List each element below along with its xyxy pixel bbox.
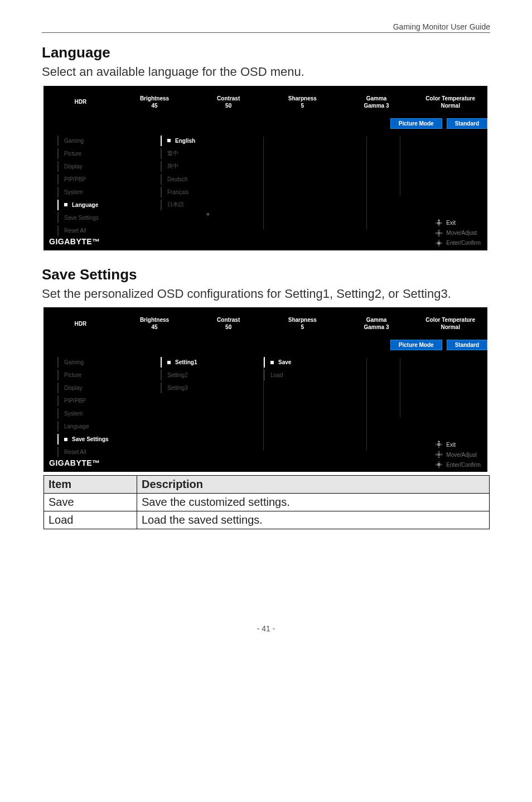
- osd-top-brightness-2: Brightness45: [118, 317, 192, 330]
- osd-top-row-2: HDR Brightness45 Contrast50 Sharpness5 G…: [43, 307, 487, 340]
- menu-system[interactable]: System: [57, 186, 161, 199]
- svg-marker-4: [441, 222, 443, 224]
- table-row: Save Save the customized settings.: [44, 494, 490, 511]
- svg-point-5: [437, 231, 441, 235]
- lang-simp-chinese[interactable]: 简中: [161, 160, 264, 173]
- menu-pip-pbp-2[interactable]: PIP/PBP: [57, 394, 161, 407]
- osd-hints: Exit Move/Adjust Enter/Confirm: [435, 219, 481, 247]
- svg-point-20: [437, 453, 441, 456]
- menu-reset-all[interactable]: Reset All: [57, 224, 161, 237]
- colortemp-value: Normal: [413, 103, 487, 109]
- osd-top-gamma: Gamma Gamma 3: [340, 95, 414, 109]
- osd-top-hdr-2: HDR: [43, 321, 118, 327]
- action-load[interactable]: Load: [264, 369, 367, 381]
- osd-top-colortemp-2: Color TemperatureNormal: [413, 317, 487, 330]
- menu-save-settings-2[interactable]: Save Settings: [57, 433, 161, 446]
- gamma-value: Gamma 3: [340, 103, 414, 109]
- osd-top-sharpness-2: Sharpness5: [265, 317, 340, 330]
- hdr-label: HDR: [43, 99, 118, 105]
- osd-hints-2: Exit Move/Adjust Enter/Confirm: [435, 441, 481, 468]
- action-save[interactable]: Save: [264, 356, 367, 369]
- menu-save-settings[interactable]: Save Settings: [57, 211, 161, 224]
- table-cell-item: Load: [44, 511, 137, 529]
- osd-left-column-2: Gaming Picture Display PIP/PBP System La…: [57, 356, 161, 467]
- lang-trad-chinese[interactable]: 繁中: [161, 147, 264, 160]
- table-header-item: Item: [44, 476, 137, 494]
- osd-top-hdr: HDR: [43, 99, 118, 105]
- scroll-down-icon[interactable]: ▼: [161, 211, 264, 221]
- gamma-label: Gamma: [340, 95, 414, 102]
- osd-panel-language: HDR Brightness 45 Contrast 50 Sharpness …: [43, 86, 487, 250]
- menu-system-2[interactable]: System: [57, 407, 161, 420]
- picture-mode-value-2: Standard: [447, 340, 487, 350]
- osd-top-brightness: Brightness 45: [118, 95, 192, 109]
- svg-marker-13: [435, 242, 437, 244]
- setting3[interactable]: Setting3: [161, 381, 264, 394]
- osd-mid-column: English 繁中 简中 Deutsch Français 日本語 ▼: [161, 134, 264, 246]
- hint-move-2: Move/Adjust: [435, 451, 481, 458]
- svg-marker-9: [441, 232, 443, 234]
- osd-picture-mode-bar: Picture Mode Standard: [43, 118, 487, 129]
- menu-reset-all-2[interactable]: Reset All: [57, 446, 161, 458]
- svg-marker-23: [435, 453, 437, 456]
- picture-mode-label: Picture Mode: [390, 118, 442, 129]
- table-row: Load Load the saved settings.: [44, 511, 490, 529]
- table-cell-desc: Save the customized settings.: [137, 494, 490, 511]
- joystick-up-icon: [435, 219, 443, 227]
- section-save-title: Save Settings: [42, 266, 490, 283]
- joystick-all-icon: [435, 229, 443, 237]
- osd-top-sharpness: Sharpness 5: [265, 95, 340, 109]
- menu-language-2[interactable]: Language: [57, 420, 161, 433]
- osd-top-gamma-2: GammaGamma 3: [340, 317, 414, 330]
- svg-point-0: [437, 221, 441, 225]
- lang-deutsch[interactable]: Deutsch: [161, 173, 264, 186]
- osd-far-right: [367, 134, 400, 246]
- joystick-center-icon: [435, 461, 443, 468]
- svg-marker-14: [441, 242, 443, 244]
- joystick-all-icon: [435, 451, 443, 458]
- svg-point-10: [437, 241, 441, 245]
- menu-gaming[interactable]: Gaming: [57, 134, 161, 147]
- lang-english[interactable]: English: [161, 134, 264, 147]
- sharpness-label: Sharpness: [265, 95, 340, 102]
- table-header-description: Description: [137, 476, 490, 494]
- osd-far-right-2: [367, 356, 400, 467]
- svg-marker-17: [438, 447, 440, 448]
- menu-gaming-2[interactable]: Gaming: [57, 356, 161, 369]
- menu-display-2[interactable]: Display: [57, 381, 161, 394]
- svg-point-15: [437, 443, 441, 446]
- section-language-title: Language: [42, 44, 490, 61]
- svg-marker-6: [438, 229, 440, 231]
- hint-exit-2: Exit: [435, 441, 481, 448]
- menu-pip-pbp[interactable]: PIP/PBP: [57, 173, 161, 186]
- menu-picture[interactable]: Picture: [57, 147, 161, 160]
- brightness-value: 45: [118, 103, 192, 109]
- svg-marker-18: [435, 443, 437, 446]
- osd-mid-column-2: Setting1 Setting2 Setting3: [161, 356, 264, 467]
- menu-display[interactable]: Display: [57, 160, 161, 173]
- brand-logo-2: GIGABYTE™: [49, 458, 100, 467]
- lang-francais[interactable]: Français: [161, 186, 264, 199]
- setting1[interactable]: Setting1: [161, 356, 264, 369]
- contrast-label: Contrast: [191, 95, 265, 102]
- lang-japanese[interactable]: 日本語: [161, 199, 264, 211]
- brightness-label: Brightness: [118, 95, 192, 102]
- setting2[interactable]: Setting2: [161, 369, 264, 381]
- menu-picture-2[interactable]: Picture: [57, 369, 161, 381]
- contrast-value: 50: [191, 103, 265, 109]
- osd-right-column-2: Save Load: [264, 356, 367, 467]
- osd-top-row: HDR Brightness 45 Contrast 50 Sharpness …: [43, 86, 487, 118]
- hint-move: Move/Adjust: [435, 229, 481, 237]
- svg-marker-21: [438, 451, 440, 452]
- svg-marker-11: [438, 239, 440, 241]
- header-guide-title: Gaming Monitor User Guide: [393, 22, 490, 31]
- svg-marker-16: [438, 441, 440, 442]
- menu-language[interactable]: Language: [57, 199, 161, 211]
- osd-left-column: Gaming Picture Display PIP/PBP System La…: [57, 134, 161, 246]
- table-cell-desc: Load the saved settings.: [137, 511, 490, 529]
- svg-marker-2: [438, 225, 440, 227]
- joystick-center-icon: [435, 239, 443, 247]
- osd-top-colortemp: Color Temperature Normal: [413, 95, 487, 109]
- section-language-desc: Select an available language for the OSD…: [42, 64, 490, 80]
- osd-top-contrast-2: Contrast50: [191, 317, 265, 330]
